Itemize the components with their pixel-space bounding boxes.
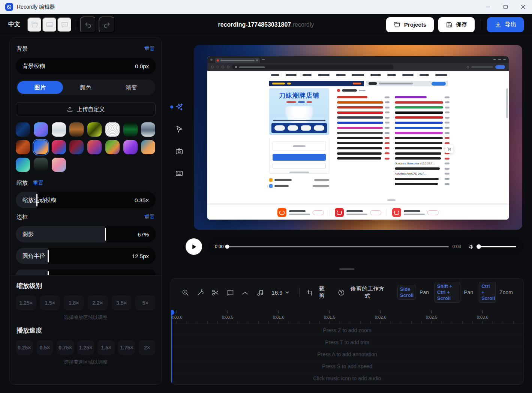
recorded-browser-window: 刀妹潮牌店铺 <box>207 56 509 220</box>
product-price-bar <box>445 173 450 175</box>
redo-button[interactable] <box>99 17 115 33</box>
playback-speed-option-2[interactable]: 0.75× <box>57 340 74 355</box>
play-button[interactable] <box>186 238 202 255</box>
product-price-bar <box>445 122 450 123</box>
camera-icon[interactable] <box>172 146 187 156</box>
product-price-bar <box>385 152 390 154</box>
minimize-button[interactable] <box>479 0 497 14</box>
background-thumbnail-dark-red-blue-wave[interactable] <box>69 140 84 154</box>
footer-coupon-button <box>427 210 439 215</box>
background-thumbnail-matrix-green[interactable] <box>123 122 138 137</box>
close-button[interactable] <box>514 0 532 14</box>
seek-knob[interactable] <box>225 245 229 249</box>
border-reset-link[interactable]: 重置 <box>144 214 155 221</box>
background-thumbnail-winter-lake[interactable] <box>141 122 155 137</box>
zoom-level-option-5[interactable]: 5× <box>135 295 156 310</box>
ruler-minor-tick <box>432 321 432 324</box>
playback-speed-option-4[interactable]: 1.5× <box>97 340 115 355</box>
login-help-link <box>289 172 309 173</box>
background-thumbnail-pink-blue-wave[interactable] <box>52 140 66 154</box>
playback-speed-option-0[interactable]: 0.25× <box>16 340 33 355</box>
zoom-level-option-3[interactable]: 2.2× <box>87 295 108 310</box>
zoom-level-option-4[interactable]: 3.5× <box>111 295 132 310</box>
background-thumbnail-white-fingerprint[interactable] <box>105 122 120 137</box>
playback-speed-option-6[interactable]: 2× <box>138 340 156 355</box>
background-thumbnail-dark-mountains[interactable] <box>34 158 48 172</box>
zoom-reset-link[interactable]: 重置 <box>33 180 43 187</box>
background-thumbnail-blue-orange-aurora[interactable] <box>34 140 48 154</box>
shadow-slider[interactable]: 阴影 67% <box>16 226 156 242</box>
tab-background-1[interactable]: 颜色 <box>63 81 109 94</box>
active-indicator-dot <box>170 105 173 108</box>
aspect-ratio-dropdown[interactable]: 16:9 <box>271 289 289 296</box>
playback-speed-option-3[interactable]: 1.25× <box>77 340 94 355</box>
zoom-motion-blur-label: 缩放运动模糊 <box>22 197 56 204</box>
crop-button[interactable]: 裁剪 <box>306 285 328 300</box>
zoom-level-option-0[interactable]: 1.25× <box>16 295 36 310</box>
tab-background-2[interactable]: 渐变 <box>108 81 154 94</box>
feedback-chat-button[interactable] <box>57 17 72 32</box>
playhead-line <box>171 314 172 384</box>
background-thumbnail-violet-bloom[interactable] <box>123 140 138 154</box>
project-filename[interactable]: recording-1774853031807.recordly <box>218 21 314 28</box>
keyboard-shortcuts-button[interactable] <box>42 17 57 32</box>
volume-knob[interactable] <box>477 244 481 249</box>
site-nav-link <box>402 74 414 76</box>
background-thumbnail-lime-abstract[interactable] <box>87 122 102 137</box>
tab-background-0[interactable]: 图片 <box>17 81 63 94</box>
product-price-bar <box>445 137 450 139</box>
magic-wand-icon[interactable] <box>194 286 207 299</box>
site-promo-strip <box>269 81 448 86</box>
background-thumbnail-blue-teal-flow[interactable] <box>16 158 30 172</box>
undo-button[interactable] <box>80 17 96 33</box>
cursor-icon[interactable] <box>172 124 187 134</box>
panel-resize-handle[interactable] <box>339 268 354 270</box>
tab-favicon <box>217 59 219 62</box>
volume-slider[interactable] <box>479 246 516 247</box>
zoom-motion-blur-slider[interactable]: 缩放运动模糊 0.35× <box>16 192 156 208</box>
browser-maximize <box>498 59 501 60</box>
background-thumbnail-orange-blue-rays[interactable] <box>141 140 155 154</box>
background-thumbnail-purple-orange-dusk[interactable] <box>87 140 102 154</box>
open-project-folder-button[interactable] <box>27 17 42 32</box>
background-thumbnail-green-orange-ridge[interactable] <box>105 140 120 154</box>
upload-custom-button[interactable]: 上传自定义 <box>16 102 156 116</box>
shortcut-action-1: Pan <box>464 289 473 295</box>
ruler-minor-tick <box>309 321 310 324</box>
site-nav-links <box>271 74 447 76</box>
background-thumbnail-dark-blue-waves[interactable] <box>16 122 30 137</box>
background-blur-slider[interactable]: 背景模糊 0.0px <box>16 58 156 74</box>
playback-speed-option-1[interactable]: 0.5× <box>36 340 54 355</box>
export-button[interactable]: 导出 <box>487 17 524 32</box>
projects-button[interactable]: Projects <box>386 17 434 32</box>
speed-gauge-icon[interactable] <box>239 286 252 299</box>
background-thumbnail-city-aerial-orange[interactable] <box>69 122 84 137</box>
store-banner-caption <box>273 120 325 121</box>
language-button[interactable]: 中文 <box>8 21 20 29</box>
clipped-slider[interactable] <box>16 270 156 275</box>
trim-help-button[interactable]: 修剪的工作方式 <box>338 285 387 300</box>
background-thumbnail-pastel-clouds[interactable] <box>52 158 66 172</box>
ruler-minor-tick <box>462 321 463 324</box>
annotation-icon[interactable] <box>224 286 237 299</box>
background-thumbnail-snow-mountain[interactable] <box>52 122 66 137</box>
music-icon[interactable] <box>254 286 267 299</box>
timeline-ruler[interactable]: 0:00.00:00.50:01.00:01.50:02.00:02.50:03… <box>171 310 523 324</box>
background-reset-link[interactable]: 重置 <box>144 46 155 53</box>
background-thumbnail-blue-purple-glow[interactable] <box>34 122 48 137</box>
save-button[interactable]: 保存 <box>438 17 475 32</box>
seek-bar[interactable] <box>227 246 448 247</box>
maximize-button[interactable] <box>497 0 514 14</box>
corner-radius-slider[interactable]: 圆角半径 12.5px <box>16 248 156 264</box>
background-thumbnail-orange-petals[interactable] <box>16 140 30 154</box>
ai-effects-icon[interactable] <box>172 102 187 112</box>
zoom-level-option-2[interactable]: 1.8× <box>63 295 84 310</box>
add-zoom-icon[interactable] <box>179 286 192 299</box>
toolbar-divider-2 <box>481 19 481 30</box>
zoom-level-option-1[interactable]: 1.5× <box>40 295 60 310</box>
captions-icon[interactable] <box>172 169 187 178</box>
playback-speed-option-5[interactable]: 1.75× <box>118 340 135 355</box>
video-preview-canvas[interactable]: 刀妹潮牌店铺 <box>194 45 522 230</box>
trim-scissors-icon[interactable] <box>209 286 222 299</box>
volume-icon[interactable] <box>468 243 475 250</box>
